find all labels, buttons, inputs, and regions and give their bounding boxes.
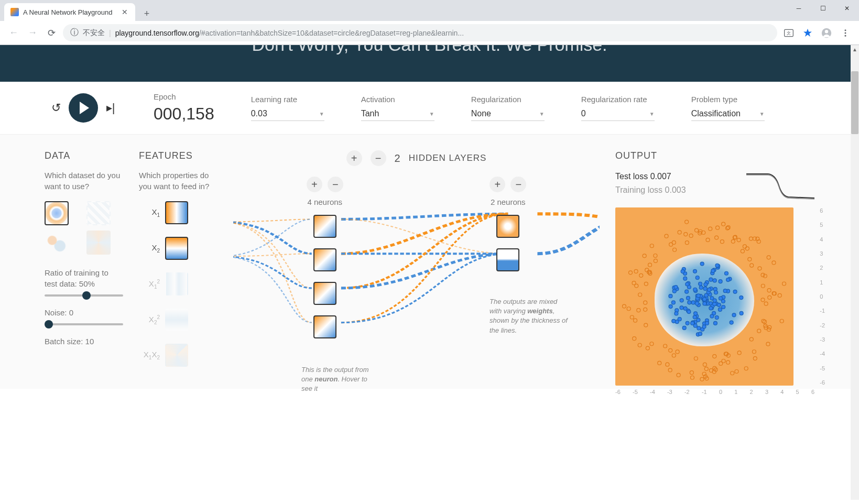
batch-label: Batch size: 10 [45,336,123,347]
l1-neuron-count: 4 neurons [307,198,342,206]
scroll-up-icon[interactable]: ▲ [851,45,859,53]
layer-title: HIDDEN LAYERS [409,153,487,163]
svg-point-231 [745,247,749,250]
svg-point-181 [709,227,712,231]
svg-point-65 [686,296,690,300]
feature-x2[interactable]: X2 [139,237,218,260]
hero-text: Don't Worry, You Can't Break It. We Prom… [252,45,607,55]
reset-button[interactable]: ↺ [50,101,62,115]
train-loss: Training loss 0.003 [615,183,686,197]
svg-point-13 [700,262,704,266]
svg-point-114 [703,302,706,305]
svg-point-212 [658,361,661,365]
svg-point-186 [753,357,757,360]
hidden-layer-1: + − 4 neurons [307,177,343,349]
svg-point-5 [845,32,846,34]
svg-point-112 [682,326,686,330]
svg-point-8 [733,290,737,293]
back-button[interactable]: ← [6,26,21,40]
svg-point-230 [634,269,638,273]
menu-icon[interactable] [838,26,853,40]
window-minimize[interactable]: ─ [787,0,811,17]
svg-point-161 [766,342,770,346]
svg-point-72 [717,303,721,307]
features-desc: Which properties do you want to feed in? [139,170,218,192]
address-bar[interactable]: ⓘ 不安全 | playground.tensorflow.org/#activ… [63,24,777,41]
neuron-l1-1[interactable] [313,215,336,238]
activation-label: Activation [361,95,434,104]
svg-point-195 [703,363,706,366]
step-button[interactable]: ▸| [104,101,117,115]
svg-point-139 [627,307,630,311]
problem-type-label: Problem type [691,95,765,104]
svg-point-213 [713,355,716,358]
feature-x1x2[interactable]: X1X2 [139,344,218,367]
remove-layer-button[interactable]: − [371,150,386,166]
translate-icon[interactable]: 文 [781,26,796,40]
neuron-l1-2[interactable] [313,248,336,271]
window-maximize[interactable]: ☐ [811,0,835,17]
ratio-label: Ratio of training to test data: 50% [45,267,123,289]
play-button[interactable] [69,93,98,123]
remove-neuron-l2-button[interactable]: − [510,177,526,192]
output-visualization[interactable] [615,207,793,386]
new-tab-button[interactable]: + [139,6,154,21]
svg-point-155 [726,360,730,364]
ratio-slider[interactable] [45,294,123,297]
svg-point-222 [757,329,761,333]
add-layer-button[interactable]: + [346,150,362,166]
activation-select[interactable]: Tanh ▼ [361,107,434,121]
feature-x1[interactable]: X1 [139,201,218,224]
dataset-spiral[interactable] [86,231,111,255]
svg-point-100 [697,294,700,298]
feature-x1sq-box [165,272,188,295]
close-tab-icon[interactable]: ✕ [121,8,129,16]
svg-point-121 [715,264,719,267]
site-info-icon[interactable]: ⓘ [70,27,79,38]
svg-point-160 [650,244,654,248]
svg-point-243 [778,293,781,297]
scrollbar-thumb[interactable] [851,71,858,134]
dataset-gauss[interactable] [45,231,69,255]
add-neuron-l1-button[interactable]: + [307,177,322,192]
forward-button[interactable]: → [25,26,40,40]
svg-point-150 [741,249,744,253]
window-close[interactable]: ✕ [835,0,859,17]
svg-point-174 [782,282,786,286]
neuron-l1-4[interactable] [313,315,336,338]
dataset-circle[interactable] [45,201,69,225]
neuron-l2-1[interactable] [496,215,519,238]
learning-rate-select[interactable]: 0.03 ▼ [251,107,324,121]
main-content: DATA Which dataset do you want to use? R… [0,135,859,389]
svg-point-51 [669,305,672,309]
svg-point-122 [697,326,701,330]
scrollbar[interactable]: ▲ [851,45,859,500]
reg-rate-select[interactable]: 0 ▼ [581,107,655,121]
data-section: DATA Which dataset do you want to use? R… [45,150,123,389]
svg-point-156 [690,376,694,379]
svg-point-184 [685,220,689,224]
svg-point-201 [650,342,654,346]
annotation-weights: The outputs are mixed with varying weigh… [490,297,568,335]
svg-point-228 [762,319,765,323]
add-neuron-l2-button[interactable]: + [490,177,505,192]
batch-slider-group: Batch size: 10 [45,336,123,347]
reload-button[interactable]: ⟳ [44,26,59,40]
svg-point-138 [704,367,708,371]
controls-bar: ↺ ▸| Epoch 000,158 Learning rate 0.03 ▼ … [0,82,859,135]
regularization-select[interactable]: None ▼ [471,107,545,121]
profile-icon[interactable] [819,26,834,40]
feature-x1sq[interactable]: X12 [139,272,218,295]
neuron-l1-3[interactable] [313,282,336,305]
bookmark-star-icon[interactable] [800,26,815,40]
problem-type-select[interactable]: Classification ▼ [691,107,765,121]
neuron-l2-2[interactable] [496,248,519,271]
browser-tab[interactable]: A Neural Network Playground ✕ [4,3,135,21]
noise-slider[interactable] [45,323,123,325]
feature-x2sq[interactable]: X22 [139,308,218,331]
svg-point-116 [714,291,718,294]
svg-point-22 [730,321,733,324]
svg-point-141 [672,354,676,357]
dataset-xor[interactable] [86,201,111,225]
remove-neuron-l1-button[interactable]: − [328,177,343,192]
